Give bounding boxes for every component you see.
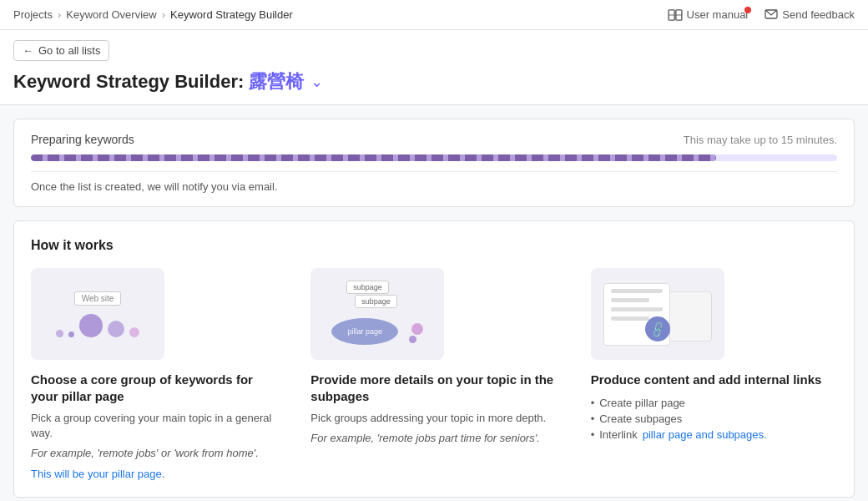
dot-sm [129,327,139,337]
subpages-col-example: For example, 'remote jobs part time for … [310,431,557,446]
project-dropdown-arrow[interactable]: ⌄ [310,73,323,91]
subpages-col-title: Provide more details on your topic in th… [310,372,557,404]
dot-md [108,321,124,337]
pillar-oval-label: pillar page [348,327,383,336]
page-title: Keyword Strategy Builder: 露營椅 [13,69,304,94]
website-illus: Web site [56,291,139,337]
doc-side [666,291,712,342]
breadcrumb-sep-2: › [162,8,165,21]
pillar-col-example: For example, 'remote jobs' or 'work from… [31,446,277,461]
feedback-icon [765,9,778,21]
dot-lg [79,314,103,337]
book-icon [668,9,683,21]
pillar-col-title: Choose a core group of keywords for your… [31,372,277,404]
how-col-content: 🔗 Produce content and add internal links… [591,268,837,480]
how-columns: Web site Choose a core group of keywords… [31,268,837,480]
progress-bar-fill [31,154,716,161]
interlink-link[interactable]: pillar page and subpages. [643,428,767,441]
progress-time-note: This may take up to 15 minutes. [684,134,837,146]
user-manual-link[interactable]: User manual [668,8,749,21]
pillar-illustration: Web site [31,268,164,360]
progress-note: Once the list is created, we will notify… [31,171,837,193]
website-dots [56,314,139,337]
subpages-illus: subpage subpage pillar page [323,276,431,352]
progress-card: Preparing keywords This may take up to 1… [13,119,855,207]
how-it-works-card: How it works Web site [13,220,855,498]
subpages-illustration: subpage subpage pillar page [310,268,444,360]
breadcrumb: Projects › Keyword Overview › Keyword St… [13,8,293,21]
page-header: ← Go to all lists Keyword Strategy Build… [0,30,868,105]
how-col-pillar: Web site Choose a core group of keywords… [31,268,277,480]
doc-line-3 [611,307,663,311]
progress-header: Preparing keywords This may take up to 1… [31,133,837,146]
go-back-button[interactable]: ← Go to all lists [13,40,109,61]
sub-dot2 [409,336,416,343]
project-name: 露營椅 [249,71,304,92]
top-bar-right: User manual Send feedback [668,8,855,21]
breadcrumb-current: Keyword Strategy Builder [170,8,293,21]
page-title-prefix: Keyword Strategy Builder: [13,71,244,92]
main-content: Preparing keywords This may take up to 1… [0,105,868,501]
content-bullet-list: Create pillar page Create subpages Inter… [591,395,837,443]
breadcrumb-sep-1: › [58,8,61,21]
send-feedback-label: Send feedback [782,8,855,21]
bullet-interlink-text: Interlink [599,428,638,441]
breadcrumb-keyword-overview[interactable]: Keyword Overview [66,8,156,21]
breadcrumb-projects[interactable]: Projects [13,8,53,21]
top-bar: Projects › Keyword Overview › Keyword St… [0,0,868,30]
pillar-oval: pillar page [331,318,398,345]
content-illus: 🔗 [603,276,712,352]
bullet-create-subpages-text: Create subpages [599,412,682,425]
doc-line-4 [611,316,650,321]
bullet-interlink: Interlink pillar page and subpages. [591,427,837,443]
progress-label: Preparing keywords [31,133,134,146]
subpages-col-desc: Pick groups addressing your topic in mor… [310,411,557,426]
sub-dot1 [411,323,423,335]
bullet-create-pillar-text: Create pillar page [599,397,685,409]
notification-dot [744,7,751,13]
bullet-create-subpages: Create subpages [591,411,837,427]
link-badge: 🔗 [645,316,670,342]
back-arrow-icon: ← [23,44,33,57]
subpage-tag-2: subpage [355,295,397,308]
page-title-row: Keyword Strategy Builder: 露營椅 ⌄ [13,69,855,104]
content-illustration: 🔗 [591,268,724,360]
doc-line-2 [611,298,650,302]
doc-line-1 [611,289,663,293]
pillar-col-desc: Pick a group covering your main topic in… [31,411,277,441]
content-col-title: Produce content and add internal links [591,372,837,388]
send-feedback-link[interactable]: Send feedback [765,8,855,21]
subpage-tag-1: subpage [346,281,389,294]
pillar-col-link[interactable]: This will be your pillar page. [31,468,164,480]
how-it-works-title: How it works [31,238,837,253]
dot-tiny [68,331,74,337]
website-label-box: Web site [74,291,122,306]
how-col-subpages: subpage subpage pillar page Provide more… [310,268,557,480]
go-back-label: Go to all lists [38,44,100,57]
link-arrow-icon: 🔗 [648,320,667,338]
progress-bar-container [31,154,837,161]
bullet-create-pillar: Create pillar page [591,395,837,411]
user-manual-label: User manual [687,8,749,21]
dot-xs [56,330,63,337]
